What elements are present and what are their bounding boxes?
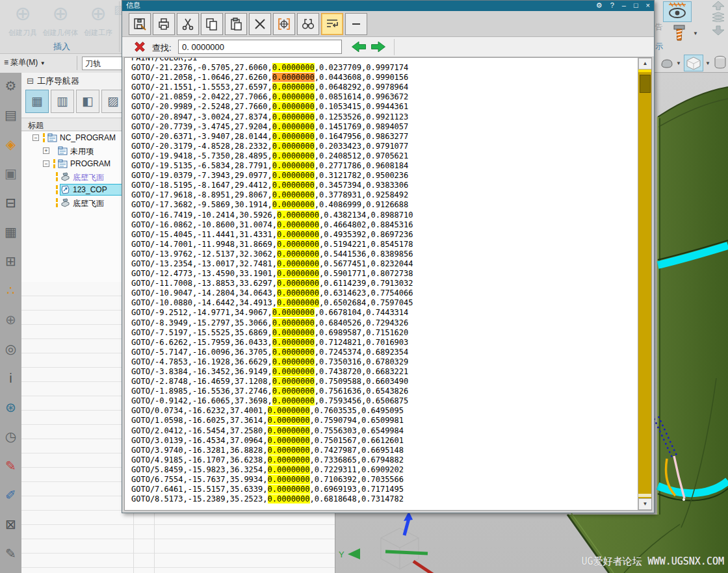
visual-report-icon[interactable]: ✐ xyxy=(3,487,20,503)
goto-line: GOTO/-20.8947,-3.0024,27.8374,0.0000000,… xyxy=(131,112,638,122)
ribbon-separator-vertical xyxy=(119,1,120,52)
part-axes-icon[interactable]: ⊕ xyxy=(3,312,20,327)
color-tool-icon[interactable]: ✎ xyxy=(3,458,20,474)
shaded-view-button[interactable] xyxy=(684,55,703,71)
status-bar-icon xyxy=(43,133,45,137)
search-match: 0.0000000 xyxy=(268,426,310,435)
menu-button[interactable]: ≡ 菜单(M) ▼ xyxy=(4,57,46,68)
status-bar-icon xyxy=(56,190,58,194)
find-target-button[interactable] xyxy=(273,13,295,35)
history-icon[interactable]: ◷ xyxy=(3,429,20,444)
close-icon[interactable]: × xyxy=(646,1,650,10)
search-match: 0.0000000 xyxy=(272,318,315,327)
scrollbar-thumb[interactable] xyxy=(640,75,651,93)
layers-button[interactable] xyxy=(711,12,725,25)
tree-item-label[interactable]: 底壁飞面 xyxy=(73,172,104,183)
search-match: 0.0000000 xyxy=(277,288,319,298)
red-x-icon xyxy=(133,40,147,54)
goto-line: GOTO/-6.6262,-15.7959,36.0433,0.0000000,… xyxy=(131,338,638,348)
part-search-icon[interactable]: ◎ xyxy=(3,341,20,357)
cancel-search-button[interactable] xyxy=(133,40,147,54)
collapse-icon[interactable]: − xyxy=(43,160,49,167)
search-match: 0.0000000 xyxy=(268,455,310,465)
goto-line: GOTO/-7.5197,-15.5525,35.6869,0.0000000,… xyxy=(131,328,638,338)
cylinder-view-button[interactable] xyxy=(712,55,728,71)
scroll-up-button[interactable]: ▲ xyxy=(638,58,652,70)
paste-button[interactable] xyxy=(225,13,247,35)
binoculars-button[interactable] xyxy=(297,13,319,35)
scroll-ribbon-up-button[interactable] xyxy=(710,0,727,13)
geometry-view-button[interactable]: ◧ xyxy=(76,90,99,113)
dropdown-caret-icon[interactable]: ▼ xyxy=(693,31,698,36)
toolpath-dropdown[interactable]: 刀轨 xyxy=(82,57,122,70)
goto-line: GOTO/-18.5195,-8.1647,29.4412,0.0000000,… xyxy=(131,181,638,190)
search-match: 0.0000000 xyxy=(272,122,315,131)
tree-item-label[interactable]: NC_PROGRAM xyxy=(60,133,116,142)
web-browser-icon[interactable]: ⊛ xyxy=(3,400,20,415)
expand-icon[interactable]: + xyxy=(43,147,49,154)
program-order-view-button[interactable]: ▦ xyxy=(25,90,49,113)
machine-setup-icon[interactable]: ⊞ xyxy=(3,253,20,269)
tool-library-icon[interactable]: ▦ xyxy=(3,224,20,240)
create-operation-icon: ⊕ xyxy=(85,1,111,26)
wrap-lines-button[interactable] xyxy=(321,13,343,35)
program-folder-icon xyxy=(47,133,57,142)
show-toolpath-button[interactable] xyxy=(663,1,692,22)
search-match: 0.0000000 xyxy=(277,298,319,307)
vertical-scrollbar[interactable]: ▲ ▼ xyxy=(638,58,651,510)
find-next-button[interactable] xyxy=(369,40,387,57)
create-geometry-button[interactable]: ⊕ 创建几何体 xyxy=(42,1,79,38)
delete-button[interactable] xyxy=(249,13,271,35)
minus-button[interactable] xyxy=(345,13,367,35)
gear-icon[interactable]: ⚙ xyxy=(3,78,20,94)
search-match: 0.0000000 xyxy=(272,308,315,317)
cls-listing[interactable]: PAINT/COLOR,31GOTO/-21.2376,-0.5705,27.6… xyxy=(125,58,638,510)
scroll-ribbon-down-button[interactable] xyxy=(710,25,727,39)
copy-button[interactable] xyxy=(201,13,223,35)
goto-line: GOTO/-16.7419,-10.2414,30.5926,0.0000000… xyxy=(131,210,638,220)
dropdown-caret-icon[interactable]: ▼ xyxy=(676,60,681,66)
drawers-icon[interactable]: ▤ xyxy=(3,107,20,123)
minimize-icon[interactable]: – xyxy=(622,1,626,10)
create-operation-label: 创建工序 xyxy=(84,29,112,36)
status-bar-icon xyxy=(56,198,58,202)
collapse-icon[interactable]: − xyxy=(32,134,39,141)
menu-separator xyxy=(77,56,77,70)
toolbox-icon[interactable]: ⊠ xyxy=(3,516,20,532)
part-icon[interactable]: ▣ xyxy=(3,166,20,181)
scroll-down-button[interactable]: ▼ xyxy=(638,498,652,510)
print-button[interactable] xyxy=(153,13,175,35)
assembly-icon[interactable]: ◈ xyxy=(3,136,20,152)
tree-item-label[interactable]: 123_COP xyxy=(73,185,107,194)
window-title: 信息 xyxy=(126,1,140,10)
search-input[interactable] xyxy=(178,40,342,54)
part-edit-icon[interactable]: ✎ xyxy=(3,546,20,561)
cut-button[interactable] xyxy=(177,13,199,35)
create-operation-button[interactable]: ⊕ 创建工序 xyxy=(79,1,117,38)
window-titlebar[interactable]: 信息 ⚙?–□× xyxy=(122,1,654,11)
dependencies-icon[interactable]: ∴ xyxy=(3,283,20,298)
machine-tool-view-button[interactable]: ▥ xyxy=(51,90,74,113)
goto-line: GOTO/-20.3179,-4.8528,28.2332,0.0000000,… xyxy=(131,142,638,151)
copy-icon xyxy=(205,17,219,31)
save-button[interactable] xyxy=(129,13,151,35)
goto-line: GOTO/4.9185,-16.1707,36.6238,0.0000000,0… xyxy=(131,455,638,465)
dropdown-caret-icon[interactable]: ▼ xyxy=(705,60,710,66)
tree-item-label[interactable]: 未用项 xyxy=(70,146,94,157)
tree-item-label[interactable]: 底壁飞面 xyxy=(73,198,104,209)
rendering-style-button[interactable] xyxy=(659,56,675,70)
operation-navigator-icon[interactable]: ⊟ xyxy=(3,195,20,210)
create-tool-button[interactable]: ⊕ 创建刀具 xyxy=(4,1,42,38)
gear-icon[interactable]: ⚙ xyxy=(596,1,603,10)
help-icon[interactable]: ? xyxy=(610,1,614,10)
find-previous-button[interactable] xyxy=(350,40,368,57)
tool-button[interactable] xyxy=(670,23,689,43)
maximize-icon[interactable]: □ xyxy=(634,1,638,10)
search-match: 0.0000000 xyxy=(268,475,310,484)
information-icon[interactable]: i xyxy=(3,370,20,386)
tree-item-label[interactable]: PROGRAM xyxy=(70,159,110,168)
goto-line: GOTO/-11.7008,-13.8853,33.6297,0.0000000… xyxy=(131,279,638,288)
search-match: 0.0000000 xyxy=(277,210,319,220)
scrollbar-track[interactable] xyxy=(638,70,652,498)
search-match: 0.0000000 xyxy=(272,171,315,180)
